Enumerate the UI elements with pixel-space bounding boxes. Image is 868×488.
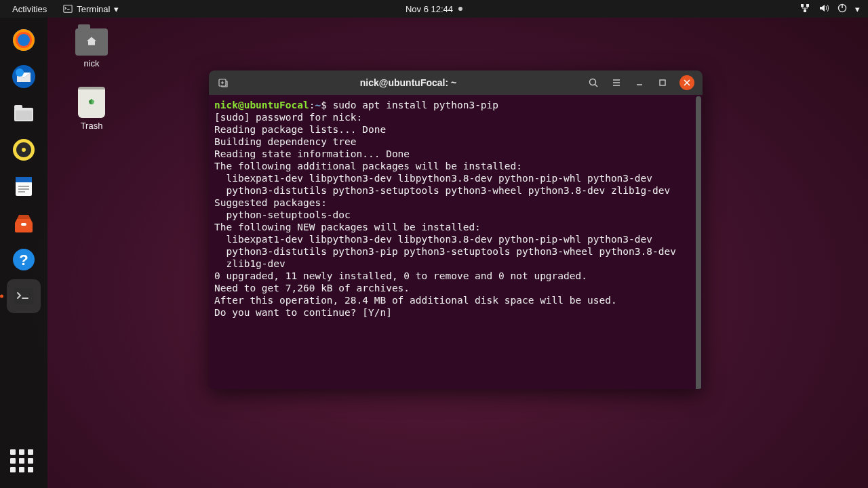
- svg-rect-21: [21, 223, 26, 226]
- menu-button[interactable]: [606, 73, 627, 93]
- app-menu-label: Terminal: [77, 4, 110, 14]
- scrollbar[interactable]: [696, 96, 701, 389]
- dock-writer[interactable]: [7, 169, 41, 203]
- terminal-titlebar[interactable]: nick@ubuntuFocal: ~: [209, 70, 703, 95]
- command-text: sudo apt install python3-pip: [333, 100, 498, 110]
- desktop-home-label: nick: [68, 58, 115, 68]
- prompt-user: nick@ubuntuFocal: [214, 100, 309, 110]
- show-applications-button[interactable]: [7, 446, 41, 480]
- svg-rect-12: [16, 110, 32, 120]
- svg-rect-0: [64, 5, 72, 13]
- window-title: nick@ubuntuFocal: ~: [236, 77, 580, 88]
- search-button[interactable]: [583, 73, 604, 93]
- terminal-output: [sudo] password for nick: Reading packag…: [214, 112, 676, 318]
- maximize-icon: [658, 79, 667, 87]
- svg-point-9: [16, 68, 24, 77]
- terminal-small-icon: [63, 4, 73, 14]
- svg-rect-1: [801, 4, 804, 7]
- prompt-path: ~: [315, 100, 321, 110]
- chevron-down-icon[interactable]: ▾: [855, 4, 860, 14]
- activities-button[interactable]: Activities: [8, 3, 51, 16]
- svg-line-27: [595, 85, 598, 87]
- dock-thunderbird[interactable]: [7, 60, 41, 94]
- volume-icon[interactable]: [818, 3, 829, 15]
- minimize-button[interactable]: [629, 73, 650, 93]
- svg-point-26: [590, 79, 596, 85]
- terminal-body[interactable]: nick@ubuntuFocal:~$ sudo apt install pyt…: [209, 95, 703, 389]
- chevron-down-icon: ▾: [114, 4, 119, 14]
- folder-icon: [75, 28, 108, 56]
- clock-label[interactable]: Nov 6 12:44: [406, 4, 453, 14]
- top-bar: Activities Terminal ▾ Nov 6 12:44 ▾: [0, 0, 868, 18]
- svg-rect-24: [14, 288, 33, 304]
- hamburger-icon: [611, 77, 622, 88]
- close-icon: [684, 79, 690, 86]
- close-button[interactable]: [679, 75, 694, 90]
- svg-rect-11: [14, 105, 22, 109]
- svg-rect-32: [660, 80, 665, 85]
- svg-text:?: ?: [19, 251, 28, 268]
- svg-point-7: [18, 34, 30, 46]
- svg-rect-17: [16, 177, 32, 182]
- terminal-window: nick@ubuntuFocal: ~ nick@ubuntuFocal:~$ …: [209, 70, 703, 389]
- search-icon: [588, 77, 599, 88]
- app-menu-button[interactable]: Terminal ▾: [59, 3, 123, 16]
- svg-rect-3: [804, 9, 806, 12]
- svg-rect-2: [806, 4, 809, 7]
- network-icon[interactable]: [800, 3, 810, 15]
- desktop-home-folder[interactable]: nick: [68, 28, 115, 68]
- dock-files[interactable]: [7, 96, 41, 130]
- new-tab-button[interactable]: [213, 73, 233, 93]
- dock: ?: [0, 18, 47, 488]
- dock-software[interactable]: [7, 206, 41, 240]
- dock-help[interactable]: ?: [7, 243, 41, 277]
- minimize-icon: [635, 79, 644, 87]
- power-icon[interactable]: [837, 3, 847, 15]
- svg-point-15: [22, 148, 26, 152]
- dock-rhythmbox[interactable]: [7, 133, 41, 167]
- notification-dot-icon: [458, 7, 462, 11]
- desktop-trash[interactable]: Trash: [68, 87, 115, 131]
- desktop-trash-label: Trash: [68, 121, 115, 131]
- trash-icon: [78, 87, 105, 118]
- dock-terminal[interactable]: [7, 279, 41, 313]
- maximize-button[interactable]: [652, 73, 673, 93]
- dock-firefox[interactable]: [7, 23, 41, 57]
